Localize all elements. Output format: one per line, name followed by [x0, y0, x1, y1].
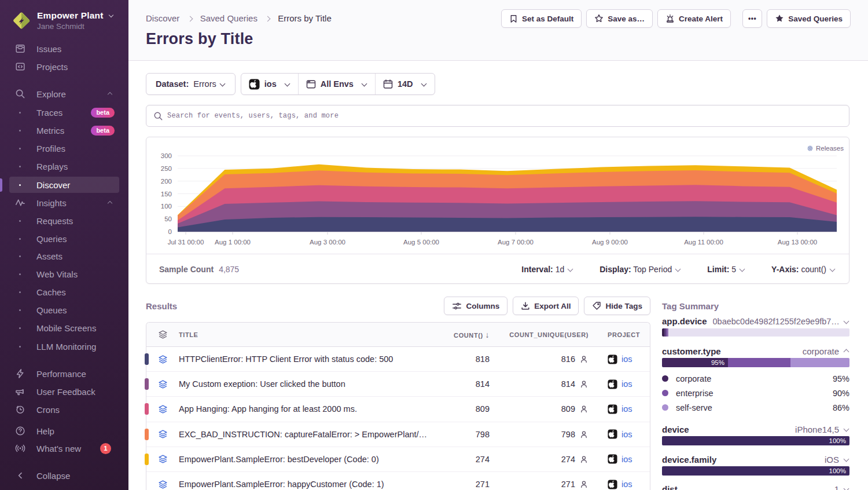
svg-text:200: 200	[161, 178, 172, 185]
svg-text:150: 150	[161, 191, 172, 198]
svg-text:Aug 5 00:00: Aug 5 00:00	[403, 239, 439, 246]
svg-text:Releases: Releases	[816, 145, 844, 152]
svg-text:Aug 7 00:00: Aug 7 00:00	[498, 239, 534, 246]
svg-text:Aug 9 00:00: Aug 9 00:00	[592, 239, 628, 246]
svg-text:Aug 1 00:00: Aug 1 00:00	[215, 239, 251, 246]
svg-text:Aug 13 00:00: Aug 13 00:00	[778, 239, 817, 246]
svg-text:100: 100	[161, 203, 172, 210]
svg-text:Aug 3 00:00: Aug 3 00:00	[310, 239, 345, 246]
svg-text:50: 50	[164, 215, 172, 222]
svg-text:250: 250	[161, 165, 172, 172]
svg-text:Jul 31 00:00: Jul 31 00:00	[168, 239, 204, 246]
svg-text:300: 300	[161, 152, 172, 159]
svg-text:0: 0	[168, 228, 172, 235]
svg-text:Aug 11 00:00: Aug 11 00:00	[684, 239, 723, 246]
